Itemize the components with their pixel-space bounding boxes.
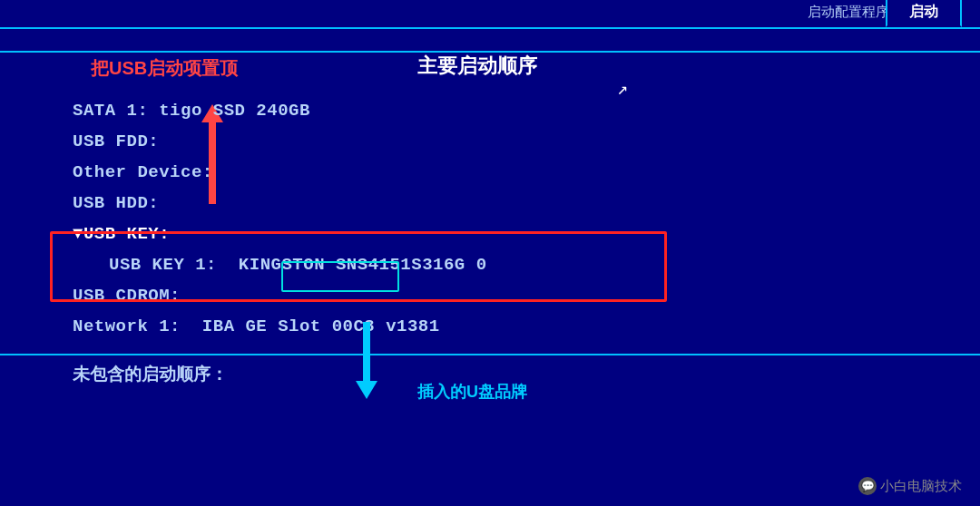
unincluded-label: 未包含的启动顺序： [73,363,228,386]
annotation-red-top: 把USB启动项置顶 [91,56,238,81]
tab-bar: 启动 [0,0,980,29]
bios-line-usbkey: ▼USB KEY: [73,219,487,249]
bios-line-usbfd: USB FDD: [73,126,487,157]
wechat-icon: 💬 [858,477,877,495]
bios-line-usbhdd: USB HDD: [73,188,487,219]
bios-line-other: Other Device: [73,157,487,188]
cursor-arrow: ↗ [617,77,628,100]
main-title: 主要启动顺序 [417,53,537,80]
bios-line-sata1: SATA 1: tigo SSD 240GB [73,95,487,126]
bios-line-usbkey1: USB KEY 1: KINGSTON SNS4151S316G 0 [73,249,487,280]
tab-active-boot[interactable]: 启动 [886,0,962,27]
blue-arrow-down-icon [356,322,377,399]
watermark: 💬 小白电脑技术 [858,477,962,495]
bios-line-usbcdrom: USB CDROM: [73,280,487,311]
bios-content: SATA 1: tigo SSD 240GB USB FDD: Other De… [73,95,487,342]
bottom-separator [0,354,980,355]
annotation-cyan-bottom: 插入的U盘品牌 [417,381,527,403]
bios-line-network1: Network 1: IBA GE Slot 00C8 v1381 [73,311,487,342]
watermark-text: 小白电脑技术 [880,478,962,495]
